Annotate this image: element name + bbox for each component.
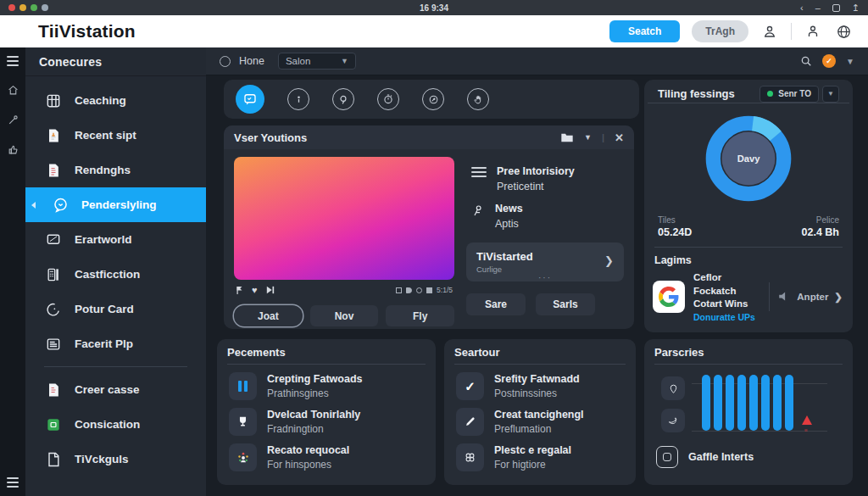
list-item[interactable]: Plestc e regalal For higtiore xyxy=(456,443,626,471)
sidebar-item-facerit-plp[interactable]: Facerit Plp xyxy=(25,326,206,361)
tool-icon[interactable] xyxy=(8,114,19,125)
sidebar-item-castficction[interactable]: Castficction xyxy=(25,257,206,292)
tiling-panel: Tiling fessings Senr TO ▼ Davy Tiles 05.… xyxy=(644,80,853,332)
info-tool-button[interactable] xyxy=(287,88,309,110)
volume-mini-icon[interactable] xyxy=(426,287,432,293)
app-title: TiiVistation xyxy=(38,21,136,42)
bar xyxy=(726,375,734,431)
back-icon[interactable]: ‹ xyxy=(800,3,804,13)
share-icon[interactable]: ↥ xyxy=(852,3,860,14)
provider-title: Ceflor Fockatch xyxy=(693,271,760,298)
google-icon xyxy=(653,281,685,313)
avatar[interactable]: ✓ xyxy=(822,54,836,68)
fly-button[interactable]: Fly xyxy=(386,305,454,326)
grid-mini-icon[interactable] xyxy=(396,287,402,293)
nov-button[interactable]: Nov xyxy=(310,305,379,326)
joat-button[interactable]: Joat xyxy=(234,305,303,326)
close-icon[interactable]: ✕ xyxy=(615,131,624,144)
skip-next-icon[interactable] xyxy=(266,286,275,294)
chevron-down-icon: ▼ xyxy=(341,57,348,65)
chevron-down-icon[interactable]: ▼ xyxy=(822,86,839,103)
viewer-panel: Vser Youtions ▼ | ✕ ♥ xyxy=(224,125,634,329)
sidebar-item-potur-card[interactable]: Potur Card xyxy=(25,292,206,326)
user-icon[interactable] xyxy=(760,22,779,41)
check-icon: ✓ xyxy=(456,372,484,400)
home-breadcrumb[interactable]: Hone xyxy=(239,55,264,67)
chevron-down-icon[interactable]: ▼ xyxy=(584,133,592,142)
menu-item-intorisiory[interactable]: Pree Intorisiory Preticetint xyxy=(471,164,624,194)
sidebar-item-erartworld[interactable]: Erartworld xyxy=(25,222,206,257)
thumbs-up-icon[interactable] xyxy=(8,144,19,155)
list-item[interactable]: Dvelcad Tonirlahly Fradningtion xyxy=(229,408,426,436)
gauge-tool-button[interactable] xyxy=(422,88,444,110)
anpter-action[interactable]: Anpter ❯ xyxy=(778,291,844,303)
report-icon xyxy=(44,381,63,399)
frame-icon xyxy=(656,446,678,468)
list-item[interactable]: Crepting Fatwoads Prathinsgines xyxy=(229,372,426,400)
sidebar-item-tivckguls[interactable]: TiVckguls xyxy=(25,442,206,476)
sidebar-item-creer-casse[interactable]: Creer casse xyxy=(25,372,206,407)
donut-chart: Davy xyxy=(697,107,800,210)
list-item[interactable]: Creat tancighengl Preflumation xyxy=(456,408,626,436)
sidebar-item-rendnghs[interactable]: Rendnghs xyxy=(25,153,206,187)
location-pin-icon[interactable] xyxy=(661,376,685,400)
list-item[interactable]: ✓ Srefity Fatwnadd Postninssines xyxy=(456,372,626,400)
maximize-icon[interactable] xyxy=(832,4,840,12)
menu-item-news[interactable]: News Aptis xyxy=(471,201,624,231)
heart-icon[interactable]: ♥ xyxy=(252,285,258,295)
sare-button[interactable]: Sare xyxy=(466,293,526,315)
chat-tool-button[interactable] xyxy=(236,85,264,114)
list-item[interactable]: Recato requocal For hinspones xyxy=(229,443,426,471)
folder-icon[interactable] xyxy=(560,132,574,143)
donut-center-label: Davy xyxy=(737,153,760,164)
bar xyxy=(737,375,746,431)
bar xyxy=(749,375,758,431)
salon-dropdown[interactable]: Salon ▼ xyxy=(278,53,356,70)
bars xyxy=(702,375,795,431)
parsceries-panel: Parscries ıı Gaffle Interts xyxy=(644,339,853,485)
sidebar-item-recent-sipt[interactable]: Recent sipt xyxy=(25,118,206,153)
menu-icon[interactable] xyxy=(7,56,19,66)
hand-tool-button[interactable] xyxy=(467,88,489,110)
chat-bubble-icon xyxy=(51,196,70,215)
contrast-mini-icon[interactable] xyxy=(406,287,412,293)
globe-icon[interactable] xyxy=(834,22,853,41)
document-icon xyxy=(44,126,63,145)
green-dot-icon xyxy=(767,91,773,97)
lagims-row[interactable]: Ceflor Fockatch Cotart Wins Donuratte UP… xyxy=(644,270,853,322)
more-dots[interactable]: ··· xyxy=(466,273,624,282)
flag-icon[interactable] xyxy=(236,286,243,295)
sidebar-item-ceaching[interactable]: Ceaching xyxy=(25,83,206,118)
gradient-preview-image[interactable] xyxy=(234,157,454,280)
search-tool-button[interactable] xyxy=(332,88,354,110)
search-icon[interactable] xyxy=(800,55,812,67)
status-filter[interactable]: Senr TO xyxy=(760,86,819,103)
timer-tool-button[interactable] xyxy=(377,88,399,110)
chevron-right-icon: ❯ xyxy=(604,254,614,267)
viewer-title: Vser Youtions xyxy=(234,131,307,144)
provider-subtitle: Cotart Wins xyxy=(693,298,760,311)
tragh-button[interactable]: TrAgh xyxy=(692,20,748,42)
divider xyxy=(769,282,770,311)
bottom-menu-icon[interactable] xyxy=(7,477,19,488)
bird-icon[interactable] xyxy=(661,409,685,432)
app-header: TiiVistation Seatch TrAgh xyxy=(0,15,868,47)
bar xyxy=(773,375,782,431)
sidebar-item-penderslyling[interactable]: Penderslyling xyxy=(25,187,206,222)
tivistarted-card[interactable]: TiVistarted Curlige ❯ ··· xyxy=(466,242,624,281)
account-icon[interactable] xyxy=(804,22,822,41)
home-icon[interactable] xyxy=(8,85,19,96)
search-button[interactable]: Seatch xyxy=(609,20,680,42)
alert-triangle-icon xyxy=(802,415,812,425)
clock-mini-icon[interactable] xyxy=(416,287,422,293)
sarls-button[interactable]: Sarls xyxy=(536,293,595,315)
sidebar-item-consication[interactable]: Consication xyxy=(25,407,206,442)
ornament-icon xyxy=(456,443,484,471)
parsceries-footer[interactable]: Gaffle Interts xyxy=(656,446,843,468)
green-app-icon xyxy=(44,415,63,434)
minimize-icon[interactable]: – xyxy=(815,3,821,13)
chevron-right-icon: ❯ xyxy=(834,291,843,303)
provider-link[interactable]: Donuratte UPs xyxy=(693,312,760,322)
chevron-down-icon[interactable]: ▼ xyxy=(846,57,854,66)
sidebar-header: Conecures xyxy=(25,47,206,76)
